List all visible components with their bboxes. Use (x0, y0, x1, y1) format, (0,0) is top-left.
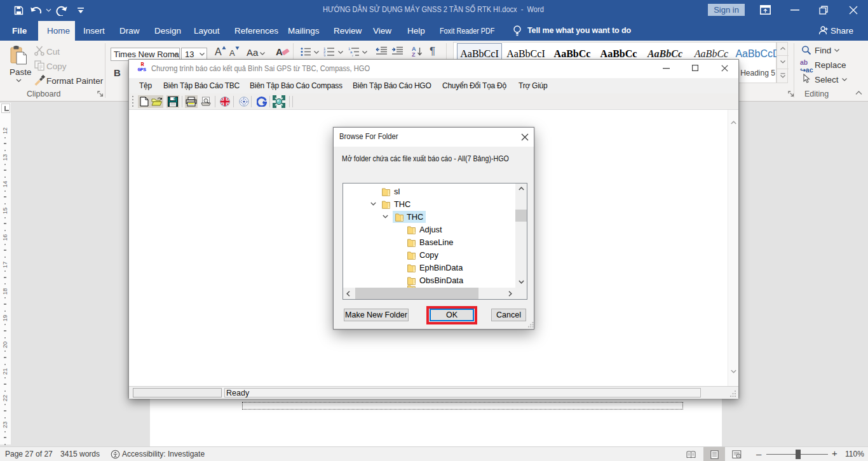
svg-text:i: i (352, 54, 353, 57)
svg-text:Z: Z (412, 51, 416, 57)
svg-text:3: 3 (323, 54, 326, 57)
